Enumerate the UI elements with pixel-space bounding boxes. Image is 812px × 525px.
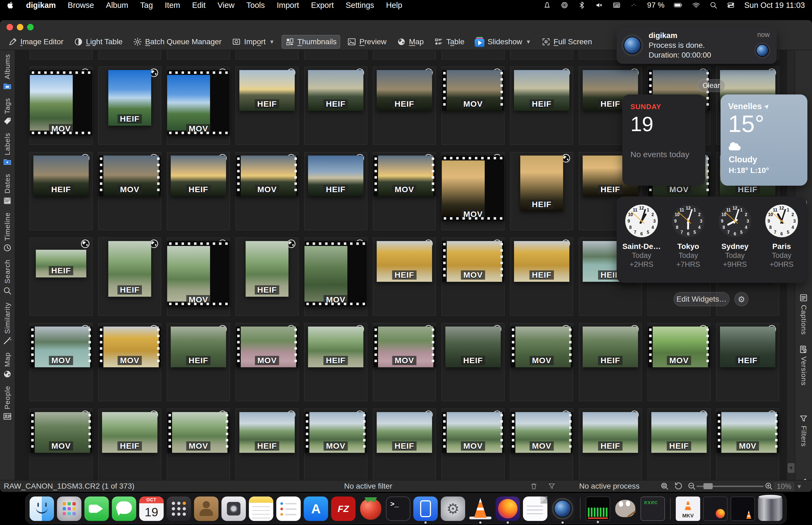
sidebar-tab-people[interactable]: People [3, 386, 12, 421]
apple-menu[interactable] [7, 2, 14, 9]
dock-app-store[interactable]: A [304, 496, 328, 521]
thumbnail-cell[interactable]: MOV [98, 152, 161, 230]
photo-thumbnail[interactable]: HEIF [108, 241, 151, 297]
zoom-button[interactable] [27, 24, 34, 30]
toolbar-thumbnails[interactable]: Thumbnails [282, 35, 340, 49]
dock-trash[interactable] [758, 496, 782, 521]
menu-bar-clock[interactable]: Sun Oct 19 11:03 [744, 1, 805, 10]
thumbnail-cell[interactable]: MOV [373, 152, 436, 230]
photo-thumbnail[interactable]: HEIF [239, 70, 295, 111]
dock-gimp[interactable] [613, 496, 638, 521]
sidebar-tab-similarity[interactable]: Similarity [3, 302, 12, 345]
thumbnail-cell[interactable]: HEIF [304, 66, 367, 145]
menu-tools[interactable]: Tools [246, 1, 265, 10]
menu-view[interactable]: View [218, 1, 234, 10]
photo-thumbnail[interactable]: MOV [98, 327, 161, 367]
photo-thumbnail[interactable]: HEIF [33, 155, 89, 196]
photo-thumbnail[interactable]: HEIF [377, 412, 432, 453]
thumbnail-cell-partial[interactable] [442, 50, 505, 59]
thumbnail-cell-partial[interactable] [235, 50, 298, 59]
sidebar-tab-albums[interactable]: Albums [3, 54, 12, 91]
close-button[interactable] [6, 24, 13, 30]
thumbnail-cell[interactable]: MOV [98, 323, 161, 401]
thumbnail-cell[interactable]: MOV [442, 238, 505, 316]
thumbnail-cell[interactable]: MOV [235, 323, 298, 401]
photo-thumbnail[interactable]: MOV [305, 241, 367, 306]
calendar-widget[interactable]: SUNDAY 19 No events today [622, 94, 705, 186]
dock-system-settings[interactable]: ⚙ [441, 496, 465, 521]
thumbnail-cell[interactable]: HEIF [98, 238, 161, 316]
thumbnail-cell[interactable]: HEIF [373, 408, 436, 480]
thumbnail-cell[interactable]: HEIF [510, 152, 573, 230]
thumbnail-cell[interactable]: HEIF [98, 408, 161, 480]
thumbnail-cell[interactable]: MOV [30, 323, 93, 401]
thumbnail-cell[interactable]: MOV [304, 408, 367, 480]
sidebar-tab-map[interactable]: Map [3, 352, 12, 379]
toolbar-batch-queue-manager[interactable]: Batch Queue Manager [130, 35, 225, 48]
thumbnail-cell[interactable]: HEIF [579, 408, 642, 480]
photo-thumbnail[interactable]: MOV [98, 155, 161, 196]
photo-thumbnail[interactable]: MOV [167, 70, 230, 135]
sidebar-tab-tags[interactable]: Tags [3, 98, 12, 126]
photo-thumbnail[interactable]: HEIF [514, 70, 569, 111]
dock-vlc[interactable] [468, 496, 493, 521]
dock-activity-window[interactable] [586, 496, 610, 521]
sidebar-tab-labels[interactable]: Labels [3, 133, 12, 167]
dock-facetime[interactable] [85, 496, 109, 521]
menu-edit[interactable]: Edit [192, 1, 206, 10]
photo-thumbnail[interactable]: MOV [167, 412, 230, 453]
app-menu-digikam[interactable]: digikam [26, 1, 56, 10]
photo-thumbnail[interactable]: HEIF [377, 70, 432, 111]
sidebar-tab-captions[interactable]: Captions [795, 293, 812, 335]
dock-digikam[interactable] [550, 496, 575, 521]
photo-thumbnail[interactable]: HEIF [308, 155, 363, 196]
sidebar-tab-search[interactable]: Search [3, 259, 12, 295]
photo-thumbnail[interactable]: HEIF [102, 412, 157, 453]
photo-thumbnail[interactable]: MOV [510, 327, 573, 367]
bluetooth-icon[interactable] [578, 1, 586, 9]
thumbnail-cell-partial[interactable] [373, 50, 436, 59]
menu-export[interactable]: Export [311, 1, 334, 10]
sidebar-tab-dates[interactable]: Dates [3, 174, 12, 205]
filter-icon[interactable] [548, 482, 556, 490]
zoom-level-value[interactable]: 10% [773, 481, 795, 492]
photo-thumbnail[interactable]: MOV [648, 327, 710, 367]
photo-thumbnail[interactable]: MOV [442, 241, 504, 282]
thumbnail-cell[interactable]: HEIF [647, 408, 710, 480]
thumbnail-cell[interactable]: MOV [510, 408, 573, 480]
menu-tag[interactable]: Tag [140, 1, 153, 10]
toolbar-map[interactable]: Map [394, 35, 427, 48]
thumbnail-cell[interactable]: HEIF [235, 66, 298, 145]
photo-thumbnail[interactable]: MOV [373, 155, 435, 196]
display-dots-icon[interactable] [630, 1, 638, 9]
thumbnail-cell[interactable]: MOV [442, 152, 505, 230]
menu-help[interactable]: Help [386, 1, 402, 10]
dock-iphone-mirroring[interactable] [413, 496, 438, 521]
thumbnail-cell[interactable]: MOV [510, 323, 573, 401]
widgets-settings-button[interactable]: ⚙ [734, 292, 749, 306]
dropdown-caret-icon[interactable]: ▼ [526, 39, 531, 45]
clear-notifications-button[interactable]: Clear [698, 79, 725, 92]
photo-thumbnail[interactable]: HEIF [583, 327, 638, 367]
thumbnail-cell[interactable]: MOV [442, 66, 505, 145]
vlc-cone-icon[interactable] [543, 1, 551, 9]
thumbnail-cell[interactable]: HEIF [235, 408, 298, 480]
photo-thumbnail[interactable]: MOV [442, 155, 504, 221]
dock-vlc-window[interactable] [731, 496, 755, 521]
zoom-in-icon[interactable] [764, 482, 773, 491]
thumbnail-cell[interactable]: HEIF [167, 152, 230, 230]
thumbnail-cell[interactable]: HEIF [235, 238, 298, 316]
toolbar-import[interactable]: Import▼ [229, 35, 278, 48]
dock-finder[interactable] [30, 496, 54, 521]
thumbnail-cell[interactable]: MOV [30, 408, 93, 480]
thumbnail-cell[interactable]: HEIF [716, 323, 779, 401]
menu-item[interactable]: Item [165, 1, 180, 10]
toolbar-full-screen[interactable]: Full Screen [538, 35, 595, 48]
thumbnail-cell[interactable]: MOV [647, 323, 710, 401]
thumbnail-cell[interactable]: HEIF [304, 323, 367, 401]
dock-calendar[interactable]: OCT19 [139, 496, 164, 521]
photo-thumbnail[interactable]: M0V [717, 412, 779, 453]
photo-thumbnail[interactable]: HEIF [520, 155, 563, 211]
thumbnail-cell[interactable]: MOV [442, 408, 505, 480]
dock-strawberry[interactable] [358, 496, 383, 521]
